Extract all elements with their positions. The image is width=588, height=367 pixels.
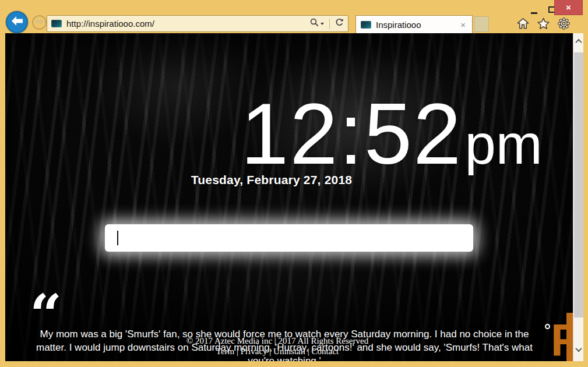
- browser-viewport: 12:52 pm Tuesday, February 27, 2018 “ My…: [5, 33, 573, 361]
- footer-copyright: © 2017 Aztec Media inc | 2017 All Rights…: [5, 336, 550, 346]
- scroll-up-button[interactable]: [573, 33, 584, 50]
- footer-link-divider: |: [267, 347, 274, 356]
- refresh-icon[interactable]: [335, 18, 344, 29]
- footer-link-uninstall[interactable]: Uninstall: [273, 347, 305, 356]
- forward-arrow-icon: [35, 17, 44, 28]
- tab-favicon: [361, 21, 371, 29]
- chevron-down-icon: [575, 345, 582, 352]
- quote-mark-icon: “: [30, 287, 62, 316]
- footer-link-privacy[interactable]: Privacy: [241, 347, 267, 356]
- tab-title: Inspiratiooo: [376, 20, 421, 30]
- footer-link-divider: |: [305, 347, 312, 356]
- tab-close-icon[interactable]: ×: [459, 20, 467, 30]
- new-tab-button[interactable]: [474, 16, 489, 32]
- search-dropdown-caret-icon[interactable]: [321, 23, 324, 25]
- minimize-button[interactable]: [526, 3, 541, 15]
- settings-gear-icon[interactable]: [557, 17, 571, 30]
- back-button[interactable]: [6, 11, 28, 33]
- chevron-up-icon: [575, 39, 582, 45]
- tab-inspiratiooo[interactable]: Inspiratiooo ×: [355, 15, 473, 33]
- clock-time: 12:52: [241, 83, 462, 185]
- date-line: Tuesday, February 27, 2018: [5, 173, 538, 187]
- text-caret: [117, 231, 118, 245]
- search-box[interactable]: [105, 224, 473, 252]
- footer-link-divider: |: [234, 347, 241, 356]
- clock: 12:52 pm: [241, 83, 543, 185]
- footer-link-term[interactable]: Term: [216, 347, 234, 356]
- close-button[interactable]: ×: [554, 0, 583, 15]
- footer-link-contact[interactable]: Contact: [312, 347, 339, 356]
- clock-meridiem: pm: [464, 112, 542, 177]
- back-arrow-icon: [10, 16, 23, 29]
- corner-accent-bar: [566, 313, 573, 361]
- search-icon[interactable]: [310, 18, 319, 29]
- close-icon: ×: [566, 2, 571, 12]
- address-url[interactable]: http://inspiratiooo.com/: [66, 19, 154, 29]
- address-divider: [329, 19, 330, 29]
- minimize-icon: [531, 12, 537, 14]
- scrollbar-thumb[interactable]: [574, 52, 583, 317]
- favorites-star-icon[interactable]: [537, 17, 550, 30]
- site-favicon: [51, 20, 62, 27]
- ring-dot-icon[interactable]: [545, 324, 550, 329]
- scroll-down-button[interactable]: [573, 341, 584, 358]
- forward-button[interactable]: [32, 15, 47, 30]
- address-bar[interactable]: http://inspiratiooo.com/: [47, 15, 348, 32]
- vertical-scrollbar[interactable]: [573, 33, 583, 361]
- footer-links: Term | Privacy | Uninstall | Contact: [5, 347, 550, 357]
- search-input[interactable]: [105, 224, 473, 252]
- home-icon[interactable]: [516, 17, 530, 30]
